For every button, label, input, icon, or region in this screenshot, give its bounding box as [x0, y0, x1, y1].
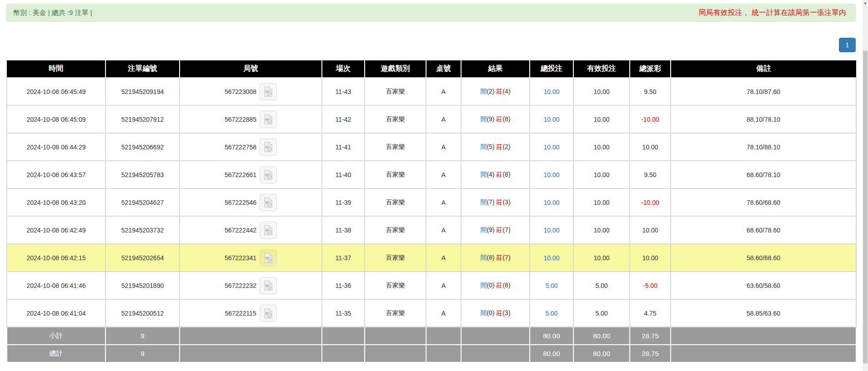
cell-result: 閒(4) 莊(8): [461, 161, 530, 188]
bet-records-table: 時間 注單編號 局號 場次 遊戲類別 桌號 結果 總投注 有效投注 總派彩 備註…: [6, 60, 857, 363]
round-id-text: 567222442: [225, 227, 256, 234]
video-replay-button[interactable]: [260, 305, 277, 322]
cell-time: 2024-10-08 06:41:46: [7, 272, 105, 299]
col-header-bet-id: 注單編號: [105, 60, 180, 78]
banker-score: (8): [502, 115, 510, 123]
cell-total-bet[interactable]: 10.00: [530, 244, 573, 272]
cell-valid-bet: 5.00: [573, 299, 630, 327]
cell-valid-bet: 10.00: [573, 161, 630, 188]
table-body: 2024-10-08 06:45:49 521945209194 5672230…: [7, 78, 856, 327]
video-replay-button[interactable]: [260, 111, 277, 128]
banker-score: (7): [502, 254, 510, 261]
video-replay-button[interactable]: [260, 139, 277, 156]
subtotal-valid-bet: 80.00: [573, 327, 630, 345]
banker-label: 莊: [496, 115, 502, 123]
scrollbar-up-arrow-icon[interactable]: ▲: [863, 1, 868, 5]
col-header-result: 結果: [461, 60, 530, 78]
player-label: 閒: [480, 282, 487, 289]
cell-round-id: 567222232: [180, 272, 322, 299]
video-replay-button[interactable]: [260, 166, 277, 183]
cell-result: 閒(8) 莊(7): [461, 244, 530, 272]
banker-score: (3): [502, 198, 510, 206]
cell-total-bet[interactable]: 10.00: [530, 216, 573, 244]
cell-total-bet[interactable]: 10.00: [530, 188, 573, 216]
cell-table-code: A: [426, 78, 461, 105]
cell-session: 11-41: [322, 133, 365, 161]
cell-time: 2024-10-08 06:45:09: [7, 105, 105, 133]
grand-total-row: 總計 9 80.00 80.00 28.75: [7, 345, 856, 362]
video-replay-button[interactable]: [260, 277, 277, 294]
cell-payout: 9.50: [630, 78, 671, 105]
cell-table-code: A: [426, 299, 461, 327]
video-replay-icon: [263, 252, 274, 263]
video-replay-icon: [263, 225, 274, 236]
cell-valid-bet: 10.00: [573, 133, 630, 161]
banker-label: 莊: [496, 254, 502, 261]
player-score: (9): [487, 115, 494, 123]
player-score: (2): [487, 88, 494, 95]
round-id-text: 567222232: [225, 282, 256, 289]
round-id-text: 567222115: [225, 310, 256, 317]
table-row: 2024-10-08 06:43:57 521945205783 5672226…: [7, 161, 856, 188]
cell-total-bet[interactable]: 10.00: [530, 105, 573, 133]
video-replay-button[interactable]: [260, 194, 277, 211]
table-footer: 小計 9 80.00 80.00 28.75 總計 9 80.00 80.00 …: [7, 327, 856, 362]
video-replay-icon: [263, 114, 274, 125]
cell-total-bet[interactable]: 10.00: [530, 78, 573, 105]
cell-bet-id: 521945204627: [105, 188, 180, 216]
cell-payout: -10.00: [630, 105, 671, 133]
cell-round-id: 567222661: [180, 161, 322, 188]
cell-result: 閒(9) 莊(7): [461, 216, 530, 244]
cell-bet-id: 521945206692: [105, 133, 180, 161]
video-replay-icon: [263, 197, 274, 208]
table-header: 時間 注單編號 局號 場次 遊戲類別 桌號 結果 總投注 有效投注 總派彩 備註: [7, 60, 856, 78]
round-id-text: 567223008: [225, 88, 256, 95]
col-header-time: 時間: [7, 60, 105, 78]
cell-session: 11-37: [322, 244, 365, 272]
cell-game-type: 百家樂: [365, 105, 426, 133]
cell-time: 2024-10-08 06:45:49: [7, 78, 105, 105]
cell-remark: 88.10/78.10: [671, 105, 856, 133]
video-replay-button[interactable]: [260, 83, 277, 100]
banker-score: (7): [502, 226, 510, 233]
cell-total-bet[interactable]: 5.00: [530, 299, 573, 327]
subtotal-total-bet: 80.00: [530, 327, 573, 345]
cell-payout: 4.75: [630, 299, 671, 327]
cell-remark: 63.60/58.60: [671, 272, 856, 299]
player-label: 閒: [480, 88, 487, 95]
player-score: (5): [487, 143, 494, 150]
pagination: 1: [6, 38, 856, 52]
col-header-payout: 總派彩: [630, 60, 671, 78]
same-round-notice: 同局有效投注， 統一計算在該局第一張注單内: [699, 8, 846, 18]
player-label: 閒: [480, 115, 487, 123]
col-header-table-code: 桌號: [426, 60, 461, 78]
cell-table-code: A: [426, 216, 461, 244]
banker-label: 莊: [496, 282, 502, 289]
scrollbar-thumb[interactable]: [863, 51, 868, 363]
player-label: 閒: [480, 226, 487, 233]
video-replay-button[interactable]: [260, 249, 277, 267]
cell-round-id: 567222442: [180, 216, 322, 244]
cell-remark: 58.60/68.60: [671, 244, 856, 272]
banker-score: (4): [502, 88, 510, 95]
cell-result: 閒(5) 莊(2): [461, 133, 530, 161]
cell-time: 2024-10-08 06:43:20: [7, 188, 105, 216]
cell-remark: 58.85/63.60: [671, 299, 856, 327]
banker-score: (8): [502, 171, 510, 178]
cell-total-bet[interactable]: 5.00: [530, 272, 573, 299]
cell-session: 11-43: [322, 78, 365, 105]
cell-round-id: 567222885: [180, 105, 322, 133]
vertical-scrollbar[interactable]: ▲: [863, 0, 868, 371]
cell-round-id: 567222546: [180, 188, 322, 216]
player-score: (8): [487, 254, 494, 261]
col-header-total-bet: 總投注: [530, 60, 573, 78]
cell-total-bet[interactable]: 10.00: [530, 161, 573, 188]
pagination-page-1-button[interactable]: 1: [839, 38, 856, 52]
cell-game-type: 百家樂: [365, 188, 426, 216]
banker-label: 莊: [496, 226, 502, 233]
cell-remark: 78.10/88.10: [671, 133, 856, 161]
cell-round-id: 567222758: [180, 133, 322, 161]
table-row: 2024-10-08 06:45:09 521945207912 5672228…: [7, 105, 856, 133]
cell-total-bet[interactable]: 10.00: [530, 133, 573, 161]
video-replay-button[interactable]: [260, 222, 277, 239]
